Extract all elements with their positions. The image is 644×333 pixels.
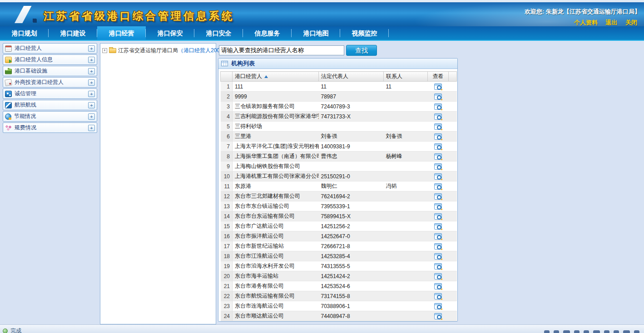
view-icon[interactable]	[434, 173, 442, 180]
view-icon[interactable]	[434, 233, 442, 240]
tab-4[interactable]: 港口保安	[146, 26, 194, 40]
tab-6[interactable]: 信息服务	[243, 26, 292, 40]
expand-plus-button[interactable]: +	[88, 79, 95, 86]
sidebar-item-label: 规费情况	[15, 124, 88, 132]
sidebar-item-8[interactable]: 规费情况+	[3, 122, 97, 133]
view-icon[interactable]	[434, 133, 442, 140]
view-icon[interactable]	[434, 213, 442, 220]
view-icon[interactable]	[434, 223, 442, 230]
view-icon[interactable]	[434, 103, 442, 110]
view-icon[interactable]	[434, 153, 442, 160]
page-pen-icon	[5, 79, 12, 86]
col-header-operator[interactable]: 港口经营人	[233, 72, 319, 82]
close-link[interactable]: 关闭	[625, 19, 637, 26]
tab-2[interactable]: 港口建设	[49, 26, 97, 40]
expand-plus-button[interactable]: +	[88, 57, 95, 63]
tab-8[interactable]: 视频监控	[340, 26, 389, 40]
taskbar-icon	[623, 330, 630, 333]
tab-3[interactable]: 港口经营	[97, 26, 146, 40]
cell-contact: 杨树峰	[384, 152, 428, 162]
table-row: 21东台市港务有限公司14253524-6	[221, 281, 457, 291]
sidebar-item-7[interactable]: 节能情况+	[3, 111, 97, 122]
cell-num: 23	[221, 301, 233, 311]
cell-name: 东台市振洋航运公司	[233, 231, 319, 241]
panel-title: 机构列表	[231, 59, 255, 68]
cell-view	[428, 142, 449, 152]
view-icon[interactable]	[434, 163, 442, 170]
tree-expand-icon[interactable]: +	[102, 48, 107, 53]
sidebar-item-4[interactable]: 外商投资港口经营人+	[3, 77, 97, 88]
expand-plus-button[interactable]: +	[88, 125, 95, 131]
view-icon[interactable]	[434, 83, 442, 90]
view-icon[interactable]	[434, 263, 442, 269]
view-icon[interactable]	[434, 143, 442, 150]
expand-plus-button[interactable]: +	[88, 45, 95, 52]
expand-plus-button[interactable]: +	[88, 68, 95, 74]
cell-num: 13	[221, 201, 233, 211]
logout-link[interactable]: 退出	[606, 19, 618, 26]
view-icon[interactable]	[434, 253, 442, 260]
status-bar: 完成	[0, 324, 644, 333]
cell-num: 16	[221, 231, 233, 241]
expand-plus-button[interactable]: +	[88, 91, 95, 97]
sidebar-item-6[interactable]: 航班航线+	[3, 100, 97, 110]
view-icon[interactable]	[434, 183, 442, 190]
cell-view	[428, 152, 449, 162]
col-header-contact[interactable]: 联系人	[384, 72, 428, 82]
cell-view	[428, 311, 449, 321]
view-icon[interactable]	[434, 273, 442, 279]
table-row: 24东台市顺达航运公司74408947-8	[221, 311, 457, 321]
search-button[interactable]: 查找	[346, 45, 377, 56]
search-input[interactable]	[219, 45, 344, 55]
cell-spacer	[449, 162, 457, 171]
tab-5[interactable]: 港口安全	[194, 26, 243, 40]
view-icon[interactable]	[434, 123, 442, 130]
tab-7[interactable]: 港口地图	[292, 26, 340, 40]
profile-link[interactable]: 个人资料	[574, 19, 598, 26]
cell-legal: 14251424-2	[319, 271, 384, 281]
view-icon[interactable]	[434, 243, 442, 250]
cell-legal: 11	[319, 82, 384, 92]
view-icon[interactable]	[434, 293, 442, 299]
cell-spacer	[449, 301, 457, 311]
taskbar-icon	[544, 330, 550, 333]
view-icon[interactable]	[434, 93, 442, 100]
expand-plus-button[interactable]: +	[88, 102, 95, 108]
view-icon[interactable]	[434, 313, 442, 319]
cell-legal: 74313555-5	[319, 261, 384, 271]
cell-spacer	[449, 181, 457, 191]
cell-name: 东台市台东运输有限公司	[233, 211, 319, 221]
cell-view	[428, 271, 449, 281]
tree-node-label[interactable]: 江苏省交通运输厅港口局	[118, 47, 178, 54]
app-logo-dot-icon	[33, 19, 36, 22]
sidebar-item-2[interactable]: 港口经营人信息+	[3, 54, 97, 65]
org-tree-panel: + 江苏省交通运输厅港口局（港口经营人2007）	[100, 43, 216, 324]
cell-legal	[319, 122, 384, 132]
cell-legal: 曹伟忠	[319, 152, 384, 162]
cell-view	[428, 251, 449, 261]
cell-spacer	[449, 122, 457, 132]
cell-view	[428, 241, 449, 251]
sidebar-item-5[interactable]: 诚信管理+	[3, 88, 97, 99]
col-header-legal-rep[interactable]: 法定代表人	[319, 72, 384, 82]
table-grid-icon	[221, 61, 228, 66]
table-row: 20东台市海丰运输站14251424-2	[221, 271, 457, 281]
view-icon[interactable]	[434, 203, 442, 210]
view-icon[interactable]	[434, 283, 442, 289]
page-body: 港口经营人+港口经营人信息+港口基础设施+外商投资港口经营人+诚信管理+航班航线…	[0, 42, 644, 324]
view-icon[interactable]	[434, 303, 442, 309]
tree-node-root[interactable]: + 江苏省交通运输厅港口局（港口经营人2007）	[102, 47, 214, 54]
sort-asc-icon	[264, 75, 268, 78]
sidebar-item-1[interactable]: 港口经营人+	[3, 43, 97, 54]
view-icon[interactable]	[434, 113, 442, 120]
cell-spacer	[449, 251, 457, 261]
taskbar-icon	[563, 330, 570, 333]
cell-num: 17	[221, 241, 233, 251]
cell-name: 三仓镇装卸服务有限公司	[233, 102, 319, 112]
welcome-text: 欢迎您: 朱新龙【江苏省交通运输厅港口局】	[525, 8, 640, 16]
view-icon[interactable]	[434, 193, 442, 200]
cell-num: 5	[221, 122, 233, 132]
tab-1[interactable]: 港口规划	[0, 26, 49, 40]
expand-plus-button[interactable]: +	[88, 113, 95, 120]
sidebar-item-3[interactable]: 港口基础设施+	[3, 66, 97, 76]
